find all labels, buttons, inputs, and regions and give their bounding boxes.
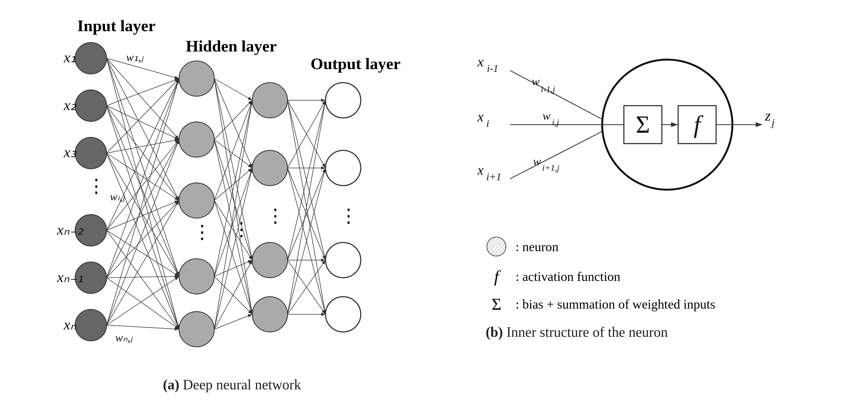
- output-zj-subscript: j: [770, 117, 775, 128]
- svg-line-22: [106, 230, 179, 329]
- legend-f-symbol: f: [486, 267, 507, 286]
- right-caption-letter: (b): [486, 324, 503, 340]
- svg-line-20: [106, 201, 179, 230]
- weight-wi1j-bot: w: [533, 155, 541, 168]
- input-dots: ⋮: [87, 176, 106, 197]
- hidden1-node-3: [179, 183, 214, 218]
- neuron-diagram: Σ f z j x i-1 x i x i+1: [464, 27, 844, 230]
- svg-point-72: [487, 237, 506, 256]
- svg-line-45: [214, 100, 252, 276]
- weight-wi1j-sub: i-1,j: [541, 84, 555, 94]
- legend: : neuron f : activation function Σ : bia…: [486, 236, 846, 313]
- legend-sigma-text: : bias + summation of weighted inputs: [516, 296, 715, 313]
- weight-wi1j-bot-sub: i+1,j: [542, 163, 559, 173]
- main-container: Input layer Hidden layer Output layer: [0, 0, 868, 414]
- left-panel: Input layer Hidden layer Output layer: [22, 16, 442, 398]
- hidden2-dots2: ⋮: [232, 219, 251, 240]
- input-label-1: x₁: [63, 49, 76, 66]
- hidden1-node-5: [179, 312, 214, 347]
- hidden-layer-label: Hidden layer: [186, 37, 277, 55]
- svg-line-47: [214, 260, 252, 276]
- sigma-symbol: Σ: [636, 111, 650, 138]
- input-label-n1: xₙ₋₁: [57, 269, 83, 285]
- legend-neuron-icon: [486, 236, 507, 257]
- svg-line-21: [106, 230, 179, 276]
- svg-line-44: [214, 201, 252, 314]
- weight-wij-left: wᵢ,ⱼ: [110, 191, 125, 203]
- hidden2-node-3: [252, 242, 287, 278]
- legend-f-text: : activation function: [516, 269, 620, 284]
- output-node-4: [326, 297, 361, 332]
- right-panel: Σ f z j x i-1 x i x i+1: [464, 16, 846, 398]
- input-xi1-label: x: [477, 162, 484, 178]
- hidden1-node-2: [179, 122, 214, 157]
- hidden2-node-4: [252, 297, 287, 332]
- hidden1-dots: ⋮: [193, 221, 212, 242]
- weight-wij-right-sub: i,j: [552, 117, 559, 127]
- svg-line-52: [214, 314, 252, 329]
- hidden2-node-1: [252, 83, 287, 118]
- svg-line-33: [214, 78, 252, 100]
- svg-line-9: [106, 106, 179, 140]
- right-caption-text: Inner structure of the neuron: [503, 324, 668, 340]
- right-caption: (b) Inner structure of the neuron: [486, 324, 846, 340]
- input-xi-label: x: [477, 109, 484, 124]
- output-dots: ⋮: [339, 205, 358, 226]
- output-layer-label: Output layer: [311, 55, 401, 73]
- hidden2-dots: ⋮: [266, 205, 285, 226]
- legend-sigma: Σ : bias + summation of weighted inputs: [486, 296, 846, 313]
- output-zj-label: z: [765, 107, 771, 124]
- input-label-3: x₃: [63, 144, 77, 161]
- legend-f: f : activation function: [486, 267, 846, 286]
- svg-line-38: [214, 140, 252, 168]
- input-node-2: [75, 90, 106, 122]
- input-xi-sub: i: [486, 117, 489, 129]
- hidden1-node-1: [179, 61, 214, 96]
- weight-wnj: wₙ,ⱼ: [115, 331, 133, 344]
- svg-line-12: [106, 106, 179, 329]
- svg-line-23: [106, 78, 179, 278]
- left-caption: (a) Deep neural network: [163, 377, 301, 392]
- output-node-2: [326, 150, 361, 185]
- hidden2-node-2: [252, 150, 287, 185]
- weight-wi1j: w: [532, 75, 540, 88]
- hidden1-node-4: [179, 259, 214, 294]
- legend-sigma-symbol: Σ: [486, 296, 507, 312]
- svg-line-32: [106, 325, 179, 329]
- left-caption-text: Deep neural network: [179, 377, 301, 392]
- svg-line-31: [106, 276, 179, 325]
- svg-line-16: [106, 153, 179, 276]
- neural-network-diagram: Input layer Hidden layer Output layer: [56, 16, 408, 369]
- svg-line-25: [106, 201, 179, 278]
- svg-line-36: [214, 78, 252, 314]
- svg-line-34: [214, 78, 252, 168]
- weight-w1j: w₁,ⱼ: [126, 51, 144, 63]
- input-node-1: [75, 42, 106, 74]
- legend-neuron-text: : neuron: [516, 239, 558, 254]
- left-caption-letter: (a): [163, 377, 179, 392]
- output-node-3: [326, 242, 361, 278]
- input-node-3: [75, 137, 106, 169]
- output-node-1: [326, 83, 361, 118]
- input-label-n2: xₙ₋₂: [57, 221, 84, 238]
- svg-line-39: [214, 140, 252, 260]
- weight-wij-right: w: [542, 109, 551, 123]
- input-xi-1-sub: i-1: [487, 63, 498, 74]
- input-label-2: x₂: [63, 97, 77, 113]
- input-line-top: [510, 70, 602, 119]
- input-layer-label: Input layer: [77, 17, 155, 35]
- input-xi-1-label: x: [477, 54, 484, 69]
- input-node-n: [75, 309, 106, 341]
- svg-line-26: [106, 276, 179, 278]
- input-xi1-sub: i+1: [486, 171, 501, 182]
- legend-neuron: : neuron: [486, 236, 846, 257]
- svg-line-30: [106, 201, 179, 325]
- svg-line-50: [214, 168, 252, 329]
- input-label-n: xₙ: [63, 316, 76, 333]
